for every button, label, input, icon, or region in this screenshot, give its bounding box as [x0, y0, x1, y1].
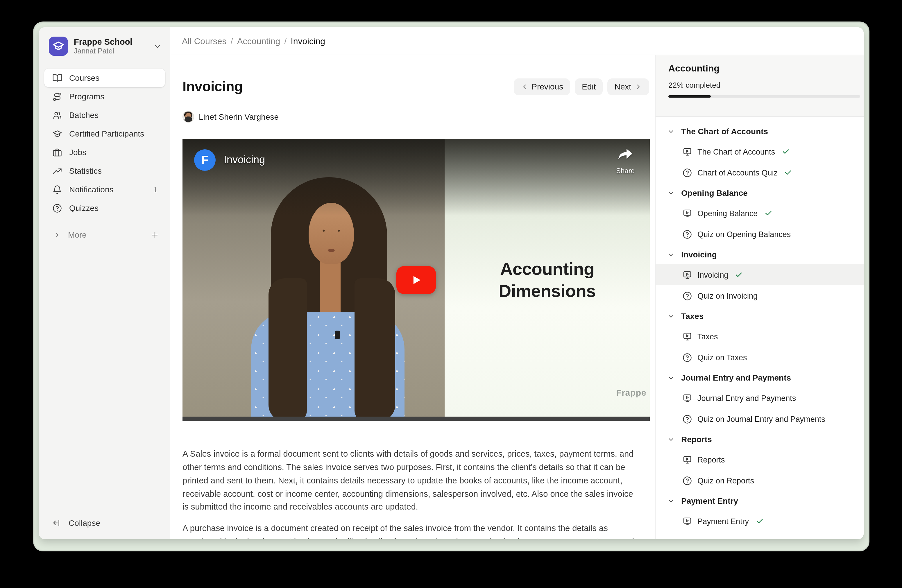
lesson-video-icon	[682, 516, 692, 526]
main-area: All Courses / Accounting / Invoicing Inv…	[170, 27, 864, 539]
check-icon	[755, 517, 763, 525]
lesson-video-icon	[682, 147, 692, 156]
chapter-taxes[interactable]: Taxes	[656, 306, 864, 326]
previous-button[interactable]: Previous	[514, 78, 570, 95]
chapter-the-chart-of-accounts[interactable]: The Chart of Accounts	[656, 122, 864, 141]
chapter-reports[interactable]: Reports	[656, 429, 864, 449]
next-button[interactable]: Next	[608, 78, 649, 95]
book-open-icon	[52, 73, 62, 83]
lesson-the-chart-of-accounts[interactable]: The Chart of Accounts	[656, 141, 864, 162]
edit-button[interactable]: Edit	[575, 78, 603, 95]
lesson-video-icon	[682, 270, 692, 280]
lesson-quiz-on-opening-balances[interactable]: Quiz on Opening Balances	[656, 224, 864, 245]
chapter-opening-balance[interactable]: Opening Balance	[656, 183, 864, 203]
lesson-journal-entry-and-payments[interactable]: Journal Entry and Payments	[656, 388, 864, 408]
video-title[interactable]: Invoicing	[224, 154, 265, 166]
share-icon	[618, 148, 633, 161]
lesson-title: Quiz on Invoicing	[697, 291, 758, 300]
help-circle-icon	[52, 203, 62, 213]
graduation-cap-icon	[52, 40, 64, 52]
breadcrumb-bar: All Courses / Accounting / Invoicing	[170, 27, 864, 55]
lesson-video-icon	[682, 332, 692, 341]
video-watermark: Frappe	[616, 388, 646, 397]
video-player[interactable]: Accounting Dimensions F Invoicing Share	[183, 139, 650, 421]
chevron-down-icon	[667, 497, 675, 505]
sidebar-item-label: Notifications	[69, 185, 146, 194]
screen: Frappe School Jannat Patel CoursesProgra…	[0, 0, 902, 588]
lesson-title: Chart of Accounts Quiz	[697, 168, 778, 177]
sidebar-item-batches[interactable]: Batches	[44, 106, 165, 124]
lesson-chart-of-accounts-quiz[interactable]: Chart of Accounts Quiz	[656, 162, 864, 183]
lesson-paragraph: A Sales invoice is a formal document sen…	[183, 447, 636, 514]
lesson-taxes[interactable]: Taxes	[656, 326, 864, 347]
lesson-payment-entry[interactable]: Payment Entry	[656, 511, 864, 532]
breadcrumb-current: Invoicing	[291, 36, 325, 46]
chapter-title: Opening Balance	[681, 188, 748, 197]
quiz-icon	[682, 291, 692, 301]
chapter-journal-entry-and-payments[interactable]: Journal Entry and Payments	[656, 368, 864, 388]
sidebar-item-programs[interactable]: Programs	[44, 87, 165, 106]
lesson-title: Quiz on Taxes	[697, 353, 747, 362]
lesson-quiz-on-invoicing[interactable]: Quiz on Invoicing	[656, 285, 864, 306]
sidebar-item-notifications[interactable]: Notifications1	[44, 180, 165, 199]
lesson-opening-balance[interactable]: Opening Balance	[656, 203, 864, 224]
check-icon	[784, 169, 792, 177]
chapter-title: Invoicing	[681, 250, 717, 259]
lesson-title: Quiz on Opening Balances	[697, 230, 791, 239]
lesson-paragraph: A purchase invoice is a document created…	[183, 522, 636, 539]
lesson-title: The Chart of Accounts	[697, 147, 775, 156]
more-label: More	[68, 230, 144, 239]
channel-avatar[interactable]: F	[194, 149, 216, 171]
check-icon	[735, 271, 743, 279]
chevron-down-icon	[667, 312, 675, 320]
notification-count-badge: 1	[153, 185, 159, 194]
lesson-title: Payment Entry	[697, 517, 749, 525]
collapse-sidebar-button[interactable]: Collapse	[44, 514, 165, 532]
lesson-invoicing[interactable]: Invoicing	[656, 264, 864, 285]
lesson-nav-buttons: Previous Edit Next	[514, 78, 649, 95]
lesson-title: Reports	[697, 455, 725, 464]
sidebar-item-jobs[interactable]: Jobs	[44, 143, 165, 161]
lesson-title: Invoicing	[697, 271, 728, 279]
chapter-invoicing[interactable]: Invoicing	[656, 245, 864, 264]
sidebar-item-label: Programs	[69, 92, 159, 101]
school-name: Frappe School	[74, 37, 148, 47]
lesson-reports[interactable]: Reports	[656, 449, 864, 470]
chevron-down-icon	[667, 128, 675, 135]
plus-icon[interactable]	[150, 230, 159, 239]
school-switcher[interactable]: Frappe School Jannat Patel	[44, 34, 165, 58]
quiz-icon	[682, 475, 692, 485]
breadcrumb: All Courses / Accounting / Invoicing	[182, 36, 325, 46]
page-title: Invoicing	[183, 78, 243, 95]
lesson-quiz-on-reports[interactable]: Quiz on Reports	[656, 470, 864, 491]
chevron-down-icon	[667, 189, 675, 197]
lesson-title: Opening Balance	[697, 209, 758, 217]
user-name: Jannat Patel	[74, 47, 148, 55]
video-caption: Accounting Dimensions	[445, 258, 650, 302]
sidebar-item-courses[interactable]: Courses	[44, 69, 165, 87]
graduation-cap-icon	[52, 129, 62, 139]
lesson-quiz-on-journal-entry-and-payments[interactable]: Quiz on Journal Entry and Payments	[656, 408, 864, 429]
lesson-video-icon	[682, 455, 692, 464]
breadcrumb-accounting[interactable]: Accounting	[237, 36, 280, 46]
sidebar-item-quizzes[interactable]: Quizzes	[44, 199, 165, 217]
app-window: Frappe School Jannat Patel CoursesProgra…	[39, 27, 864, 539]
school-logo	[49, 37, 68, 56]
share-button[interactable]: Share	[616, 148, 635, 175]
chevron-right-icon	[53, 231, 61, 239]
chapter-payment-entry[interactable]: Payment Entry	[656, 491, 864, 511]
lesson-quiz-on-taxes[interactable]: Quiz on Taxes	[656, 347, 864, 368]
sidebar-item-certified-participants[interactable]: Certified Participants	[44, 124, 165, 143]
play-button[interactable]	[396, 266, 436, 294]
lesson-title: Quiz on Journal Entry and Payments	[697, 414, 825, 423]
sidebar-item-statistics[interactable]: Statistics	[44, 161, 165, 180]
quiz-icon	[682, 167, 692, 178]
chevron-down-icon	[667, 251, 675, 258]
video-progress-strip[interactable]	[183, 417, 650, 421]
sidebar-item-more[interactable]: More	[44, 226, 165, 244]
breadcrumb-all-courses[interactable]: All Courses	[182, 36, 226, 46]
collapse-icon	[52, 518, 62, 528]
quiz-icon	[682, 229, 692, 239]
sidebar-item-label: Courses	[69, 73, 159, 83]
lesson-title: Quiz on Reports	[697, 476, 754, 485]
